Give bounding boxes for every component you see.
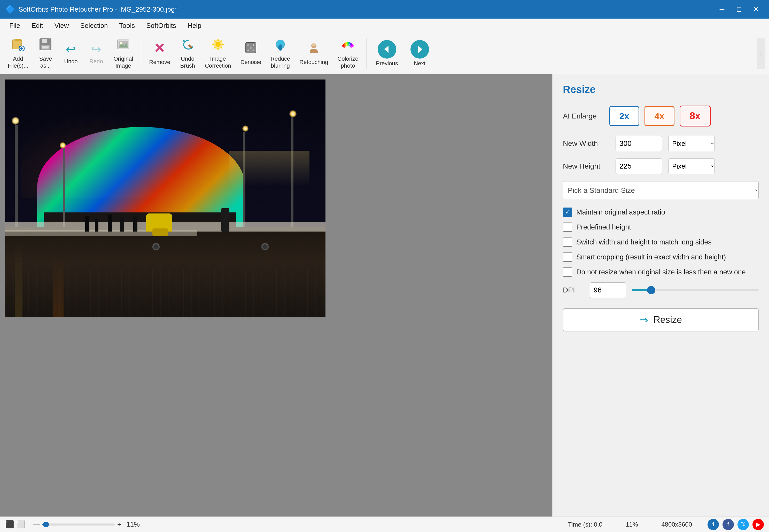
undo-button[interactable]: ↩ Undo [59, 39, 82, 67]
save-as-icon [39, 38, 52, 54]
maximize-button[interactable]: □ [731, 4, 747, 14]
svg-point-39 [312, 43, 316, 46]
zoom-thumb[interactable] [43, 522, 49, 527]
menu-edit[interactable]: Edit [26, 20, 48, 32]
next-icon [411, 40, 429, 59]
svg-point-32 [252, 49, 254, 51]
menu-file[interactable]: File [4, 20, 25, 32]
menubar: File Edit View Selection Tools SoftOrbit… [0, 19, 769, 33]
standard-size-select[interactable]: Pick a Standard Size 640x480 800x600 102… [563, 181, 759, 199]
retouching-button[interactable]: Retouching [296, 38, 332, 68]
image-container [5, 80, 325, 317]
enlarge-2x-button[interactable]: 2x [609, 106, 639, 126]
twitter-icon[interactable]: 𝕏 [737, 519, 749, 530]
statusbar: ⬛ ⬜ — + 11% Time (s): 0.0 11% 4800x3600 … [0, 517, 769, 532]
menu-view[interactable]: View [49, 20, 74, 32]
fit-view-icon[interactable]: ⬛ [5, 520, 14, 529]
svg-line-25 [221, 47, 222, 49]
no-resize-label: Do not resize when original size is less… [576, 268, 746, 276]
undo-label: Undo [64, 58, 78, 65]
menu-selection[interactable]: Selection [75, 20, 113, 32]
dpi-slider-container [632, 282, 759, 298]
width-row: New Width Pixel Percent cm mm inch [563, 136, 759, 151]
no-resize-checkbox[interactable] [563, 267, 572, 277]
maintain-aspect-checkbox[interactable]: ✓ [563, 208, 572, 217]
next-button[interactable]: Next [405, 37, 434, 69]
remove-button[interactable]: Remove [145, 38, 174, 68]
colorize-photo-button[interactable]: Colorizephoto [334, 35, 362, 72]
dpi-label: DPI [563, 286, 584, 294]
new-height-input[interactable] [616, 158, 662, 174]
predefined-height-label: Predefined height [576, 223, 631, 231]
previous-label: Previous [376, 60, 398, 67]
original-image-label: OriginalImage [113, 55, 133, 69]
zoom-out-icon[interactable]: — [33, 520, 40, 528]
zoom-value: 11% [126, 520, 140, 528]
close-button[interactable]: ✕ [748, 4, 764, 14]
reduce-blurring-label: Reduceblurring [270, 55, 290, 69]
reduce-blurring-button[interactable]: Reduceblurring [267, 35, 294, 72]
dpi-track [632, 289, 759, 291]
info-icon[interactable]: ℹ [708, 519, 719, 530]
smart-cropping-label: Smart cropping (result in exact width an… [576, 253, 726, 261]
height-unit-select[interactable]: Pixel Percent cm mm inch [668, 158, 715, 174]
maintain-aspect-label: Maintain original aspect ratio [576, 208, 665, 216]
add-files-button[interactable]: AddFile(s)... [4, 35, 32, 72]
predefined-height-checkbox[interactable] [563, 223, 572, 232]
svg-point-33 [253, 44, 254, 46]
switch-dimensions-checkbox[interactable] [563, 237, 572, 247]
view-mode-icons: ⬛ ⬜ [5, 520, 25, 529]
menu-softorbits[interactable]: SoftOrbits [141, 20, 181, 32]
canvas-area[interactable] [0, 74, 552, 517]
svg-rect-7 [42, 39, 47, 43]
dpi-input[interactable] [590, 282, 626, 298]
zoom-in-icon[interactable]: + [117, 520, 121, 528]
toolbar-divider-1 [141, 38, 141, 69]
denoise-label: Denoise [240, 59, 261, 66]
height-row: New Height Pixel Percent cm mm inch [563, 158, 759, 174]
save-as-label: Saveas... [39, 55, 52, 69]
youtube-icon[interactable]: ▶ [752, 519, 764, 530]
facebook-icon[interactable]: f [723, 519, 734, 530]
image-display [5, 80, 325, 317]
svg-point-30 [247, 44, 249, 46]
previous-icon [377, 40, 396, 59]
undo-brush-icon [181, 38, 194, 54]
next-label: Next [414, 60, 426, 67]
ai-enlarge-section: AI Enlarge 2x 4x 8x [563, 106, 759, 126]
zoom-percent: 11% [626, 521, 638, 528]
svg-marker-41 [418, 46, 422, 53]
smart-cropping-row: Smart cropping (result in exact width an… [563, 252, 759, 262]
ai-enlarge-label: AI Enlarge [563, 112, 604, 120]
undo-brush-button[interactable]: UndoBrush [176, 35, 199, 72]
panel-title: Resize [563, 84, 759, 95]
smart-cropping-checkbox[interactable] [563, 252, 572, 262]
redo-button[interactable]: ↪ Redo [84, 39, 108, 67]
collapse-handle[interactable]: ⋮ [757, 38, 765, 69]
denoise-button[interactable]: Denoise [237, 38, 265, 68]
svg-rect-9 [42, 46, 49, 49]
new-width-input[interactable] [616, 136, 662, 151]
zoom-slider[interactable] [42, 523, 115, 526]
new-height-label: New Height [563, 162, 609, 170]
app-icon: 🔷 [5, 4, 15, 14]
switch-dimensions-label: Switch width and height to match long si… [576, 238, 712, 246]
actual-size-icon[interactable]: ⬜ [16, 520, 25, 529]
window-title: SoftOrbits Photo Retoucher Pro - IMG_295… [19, 5, 714, 13]
menu-tools[interactable]: Tools [114, 20, 140, 32]
svg-marker-40 [384, 46, 389, 53]
menu-help[interactable]: Help [182, 20, 206, 32]
width-unit-select[interactable]: Pixel Percent cm mm inch [668, 136, 715, 151]
save-as-button[interactable]: Saveas... [34, 35, 57, 72]
reduce-blurring-icon [273, 38, 287, 54]
minimize-button[interactable]: ─ [714, 4, 730, 14]
resize-button[interactable]: ⇒ Resize [563, 308, 759, 331]
enlarge-8x-button[interactable]: 8x [680, 106, 711, 126]
collapse-icon: ⋮ [758, 50, 764, 57]
image-dimensions: 4800x3600 [661, 521, 692, 528]
image-correction-button[interactable]: ImageCorrection [201, 35, 234, 72]
previous-button[interactable]: Previous [371, 37, 403, 69]
original-image-button[interactable]: OriginalImage [110, 35, 137, 72]
enlarge-4x-button[interactable]: 4x [645, 106, 674, 126]
dpi-thumb[interactable] [647, 286, 655, 294]
